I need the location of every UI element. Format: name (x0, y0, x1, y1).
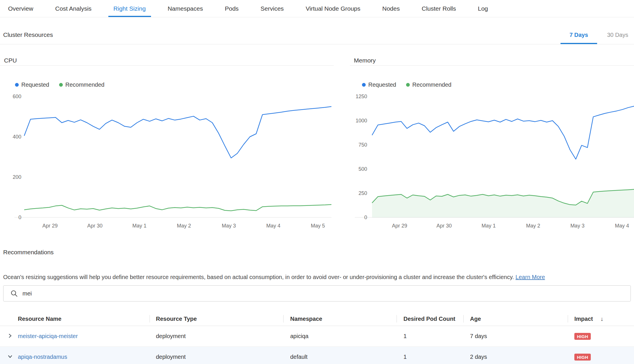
divider (0, 65, 334, 66)
impact-high-badge: HIGH (574, 333, 591, 340)
svg-text:May 5: May 5 (311, 223, 325, 229)
col-desired-pod-count[interactable]: Desired Pod Count (397, 312, 463, 326)
legend-item-requested: Requested (15, 82, 49, 88)
requested-dot-icon (15, 83, 19, 87)
svg-text:Apr 30: Apr 30 (436, 223, 452, 229)
col-impact-label: Impact (574, 316, 593, 322)
tab-services[interactable]: Services (255, 0, 289, 17)
legend-label: Requested (368, 81, 396, 88)
svg-text:May 3: May 3 (222, 223, 236, 229)
legend-item-recommended: Recommended (406, 82, 452, 88)
tab-log[interactable]: Log (473, 0, 493, 17)
svg-text:1000: 1000 (356, 118, 367, 124)
svg-text:400: 400 (13, 134, 21, 140)
table-row: meister-apiciqa-meister deployment apici… (0, 326, 634, 347)
cpu-chart: 0200400600Apr 29Apr 30May 1May 2May 3May… (0, 89, 334, 229)
table-row: apiqa-nostradamus deployment default 1 2… (0, 347, 634, 364)
legend-label: Requested (21, 81, 49, 88)
resource-type-cell: deployment (150, 354, 283, 360)
cpu-chart-legend: Requested Recommended (15, 82, 334, 88)
sort-descending-icon[interactable]: ↓ (600, 316, 603, 322)
cpu-chart-title: CPU (4, 56, 334, 65)
time-range-toggle: 7 Days 30 Days (568, 32, 630, 44)
tab-right-sizing[interactable]: Right Sizing (108, 0, 151, 17)
range-30-days[interactable]: 30 Days (606, 32, 630, 44)
tab-cluster-rolls[interactable]: Cluster Rolls (416, 0, 461, 17)
svg-text:Apr 29: Apr 29 (392, 223, 407, 229)
tab-bar: Overview Cost Analysis Right Sizing Name… (0, 0, 634, 17)
recommended-dot-icon (59, 83, 63, 87)
description-text: Ocean's resizing suggestions will help y… (3, 274, 514, 280)
recommendations-table: Resource Name Resource Type Namespace De… (0, 312, 634, 364)
tab-overview[interactable]: Overview (3, 0, 39, 17)
memory-chart-panel: Memory Requested Recommended 02505007501… (350, 56, 634, 229)
namespace-cell: apiciqa (283, 333, 397, 340)
svg-text:Apr 29: Apr 29 (42, 223, 58, 229)
col-resource-name[interactable]: Resource Name (0, 312, 150, 326)
collapse-row-button[interactable] (7, 354, 13, 360)
recommendations-description: Ocean's resizing suggestions will help y… (3, 273, 631, 281)
requested-dot-icon (362, 83, 366, 87)
svg-text:May 1: May 1 (482, 223, 496, 229)
svg-text:200: 200 (13, 174, 21, 180)
tab-nodes[interactable]: Nodes (377, 0, 405, 17)
search-box (3, 285, 631, 302)
cluster-resources-header: Cluster Resources 7 Days 30 Days (0, 17, 634, 44)
range-7-days[interactable]: 7 Days (568, 32, 590, 44)
legend-item-recommended: Recommended (59, 82, 105, 88)
resource-name-link[interactable]: apiqa-nostradamus (18, 354, 67, 360)
svg-text:750: 750 (358, 142, 367, 148)
tab-pods[interactable]: Pods (220, 0, 244, 17)
col-age[interactable]: Age (463, 312, 568, 326)
desired-pod-count-cell: 1 (397, 333, 463, 340)
memory-chart: 025050075010001250Apr 29Apr 30May 1May 2… (350, 89, 634, 229)
svg-text:May 2: May 2 (177, 223, 191, 229)
divider (350, 65, 634, 66)
chevron-right-icon (7, 333, 13, 340)
tab-namespaces[interactable]: Namespaces (163, 0, 208, 17)
right-sizing-page: Overview Cost Analysis Right Sizing Name… (0, 0, 634, 364)
col-namespace[interactable]: Namespace (283, 312, 397, 326)
cluster-resources-title: Cluster Resources (3, 31, 53, 38)
svg-text:1250: 1250 (356, 94, 367, 99)
svg-text:May 1: May 1 (132, 223, 146, 229)
tab-virtual-node-groups[interactable]: Virtual Node Groups (301, 0, 366, 17)
impact-cell: HIGH (568, 333, 634, 340)
search-icon (10, 290, 18, 297)
svg-text:May 3: May 3 (570, 223, 584, 229)
namespace-cell: default (283, 354, 397, 360)
tab-cost-analysis[interactable]: Cost Analysis (50, 0, 97, 17)
memory-chart-legend: Requested Recommended (362, 82, 634, 88)
resource-name-cell: apiqa-nostradamus (0, 354, 150, 360)
svg-text:May 4: May 4 (266, 223, 280, 229)
svg-text:250: 250 (358, 190, 367, 196)
memory-chart-title: Memory (354, 56, 634, 65)
svg-text:May 2: May 2 (526, 223, 540, 229)
recommendations-section: Recommendations Ocean's resizing suggest… (0, 249, 634, 364)
expand-row-button[interactable] (7, 333, 13, 340)
svg-text:May 4: May 4 (615, 223, 629, 229)
svg-text:500: 500 (358, 166, 367, 172)
svg-text:600: 600 (13, 94, 21, 99)
resource-type-cell: deployment (150, 333, 283, 340)
chevron-down-icon (7, 354, 13, 360)
legend-label: Recommended (65, 81, 105, 88)
age-cell: 2 days (463, 354, 568, 360)
legend-label: Recommended (412, 81, 452, 88)
cpu-chart-panel: CPU Requested Recommended 0200400600Apr … (0, 56, 334, 229)
recommendations-title: Recommendations (3, 249, 54, 256)
impact-high-badge: HIGH (574, 354, 591, 361)
desired-pod-count-cell: 1 (397, 354, 463, 360)
svg-text:Apr 30: Apr 30 (87, 223, 103, 229)
legend-item-requested: Requested (362, 82, 396, 88)
svg-text:0: 0 (18, 215, 21, 220)
recommended-dot-icon (406, 83, 410, 87)
age-cell: 7 days (463, 333, 568, 340)
table-header: Resource Name Resource Type Namespace De… (0, 312, 634, 326)
resource-name-link[interactable]: meister-apiciqa-meister (18, 333, 78, 340)
search-input[interactable] (22, 290, 631, 297)
learn-more-link[interactable]: Learn More (516, 274, 545, 280)
col-impact[interactable]: Impact ↓ (568, 312, 634, 326)
col-resource-type[interactable]: Resource Type (150, 312, 283, 326)
impact-cell: HIGH (568, 354, 634, 361)
